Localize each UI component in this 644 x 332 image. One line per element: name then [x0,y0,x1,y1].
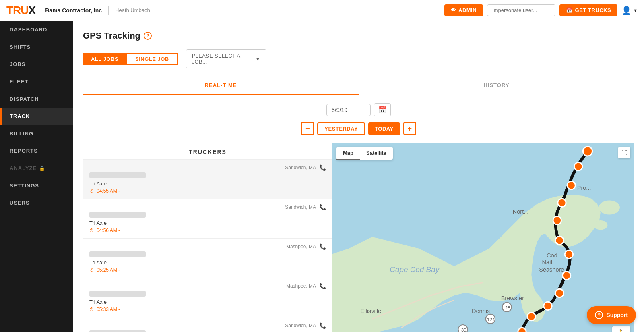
logo-text: TRUX [6,4,35,17]
trucker-type: Tri Axle [89,259,326,266]
trucker-type: Tri Axle [89,181,326,187]
svg-point-2 [593,220,607,230]
sidebar-item-reports[interactable]: REPORTS [0,142,73,160]
trucker-name-bar [89,330,146,332]
sidebar-item-track[interactable]: TRACK [0,108,73,125]
svg-point-39 [544,302,552,310]
sidebar-item-jobs[interactable]: JOBS [0,56,73,73]
support-icon: ? [595,311,603,319]
svg-point-34 [553,216,561,224]
trucker-row[interactable]: Mashpee, MA 📞 Tri Axle ⏱ 05:25 AM - [83,239,332,278]
clock-icon: ⏱ [89,228,94,233]
clock-icon: ⏱ [89,307,94,312]
sidebar-item-dispatch[interactable]: DISPATCH [0,90,73,108]
calendar-icon: 📅 [378,106,386,113]
calendar-icon: 📅 [566,7,573,13]
trucker-time: 04:56 AM - [97,228,120,233]
view-tabs: REAL-TIME HISTORY [83,77,634,95]
map-expand-button[interactable]: ⛶ [618,147,630,158]
job-select-dropdown[interactable]: PLEASE SELECT A JOB... ▼ [186,49,266,68]
svg-text:Natl: Natl [542,259,552,266]
impersonate-input[interactable] [487,4,555,16]
trucker-time-row: ⏱ 05:33 AM - [89,307,326,312]
svg-point-36 [565,250,573,258]
street-view-button[interactable]: 🚶 [612,326,630,332]
calendar-picker-button[interactable]: 📅 [374,103,391,116]
sidebar-item-settings[interactable]: SETTINGS [0,177,73,194]
svg-text:Dennis: Dennis [472,308,490,314]
tab-realtime[interactable]: REAL-TIME [83,77,359,95]
trucker-time-row: ⏱ 04:56 AM - [89,228,326,233]
svg-text:Nort...: Nort... [513,208,529,215]
svg-text:Pro...: Pro... [577,185,591,191]
sidebar-item-users[interactable]: USERS [0,194,73,212]
svg-text:124: 124 [487,317,495,322]
svg-point-33 [558,199,566,207]
svg-point-1 [599,201,620,215]
page-title: GPS Tracking [83,31,140,41]
sidebar-item-analyze: ANALYZE 🔒 [0,160,73,177]
header: TRUX Bama Contractor, Inc Heath Umbach 👁… [0,0,644,21]
page-title-row: GPS Tracking ? [83,31,634,41]
today-button[interactable]: TODAY [368,122,400,135]
support-button[interactable]: ? Support [587,306,636,324]
svg-point-37 [562,272,570,280]
trucker-time: 04:55 AM - [97,188,120,194]
trucker-row[interactable]: Sandwich, MA 📞 Tri Axle ⏱ 06:00 AM - [83,317,332,332]
prev-date-button[interactable]: − [301,122,314,135]
company-info: Bama Contractor, Inc Heath Umbach [45,6,150,15]
lock-icon: 🔒 [39,166,45,171]
map-svg: Ellisville Sandwich Barnstable Harwich C… [332,143,634,332]
job-tab-section: ALL JOBS SINGLE JOB PLEASE SELECT A JOB.… [83,49,634,68]
all-jobs-button[interactable]: ALL JOBS [83,53,126,65]
trucker-type: Tri Axle [89,299,326,305]
eye-icon: 👁 [451,7,456,13]
map-tab-satellite[interactable]: Satellite [360,147,393,160]
trucker-row[interactable]: Sandwich, MA 📞 Tri Axle ⏱ 04:55 AM - [83,160,332,199]
admin-button[interactable]: 👁 ADMIN [444,4,483,16]
yesterday-button[interactable]: YESTERDAY [317,122,365,135]
svg-point-30 [583,147,592,156]
single-job-button[interactable]: SINGLE JOB [126,53,178,65]
header-username: Heath Umbach [115,7,150,13]
trucker-name-bar [89,291,146,297]
sidebar-item-fleet[interactable]: FLEET [0,73,73,90]
svg-point-40 [527,312,535,320]
sidebar-item-billing[interactable]: BILLING [0,125,73,142]
sidebar-item-dashboard[interactable]: DASHBOARD [0,21,73,38]
svg-point-32 [567,181,575,189]
get-trucks-button[interactable]: 📅 GET TRUCKS [559,4,617,16]
svg-text:Cod: Cod [547,252,557,259]
bottom-section: TRUCKERS Sandwich, MA 📞 Tri Axle ⏱ 04:55… [83,143,634,332]
trucker-time: 05:33 AM - [97,307,120,312]
trucker-location: Mashpee, MA [286,283,316,289]
user-icon: 👤 [621,6,632,15]
trucker-row[interactable]: Mashpee, MA 📞 Tri Axle ⏱ 05:33 AM - [83,278,332,317]
date-nav-row: − YESTERDAY TODAY + [301,122,416,135]
trucker-name-bar [89,251,146,257]
layout: DASHBOARD SHIFTS JOBS FLEET DISPATCH TRA… [0,21,644,332]
expand-icon: ⛶ [621,149,627,156]
sidebar-item-shifts[interactable]: SHIFTS [0,38,73,56]
phone-icon: 📞 [319,164,326,171]
svg-point-31 [574,162,582,170]
chevron-down-icon: ▼ [255,56,260,62]
company-name: Bama Contractor, Inc [45,7,102,14]
date-input[interactable] [326,104,371,116]
user-menu-button[interactable]: 👤 ▼ [621,6,638,15]
trucker-name-bar [89,172,146,178]
divider [108,6,109,15]
svg-text:Cape Cod Bay: Cape Cod Bay [390,265,440,274]
next-date-button[interactable]: + [403,122,416,135]
phone-icon: 📞 [319,243,326,250]
help-icon[interactable]: ? [144,32,152,40]
trucker-time-row: ⏱ 05:25 AM - [89,267,326,273]
svg-point-41 [518,328,526,332]
trucker-type: Tri Axle [89,220,326,226]
trucker-name-bar [89,212,146,218]
trucker-row[interactable]: Sandwich, MA 📞 Tri Axle ⏱ 04:56 AM - [83,199,332,239]
map-tab-map[interactable]: Map [336,147,360,160]
tab-history[interactable]: HISTORY [359,77,634,95]
svg-text:Ellisville: Ellisville [361,308,382,314]
main-content: GPS Tracking ? ALL JOBS SINGLE JOB PLEAS… [73,21,644,332]
